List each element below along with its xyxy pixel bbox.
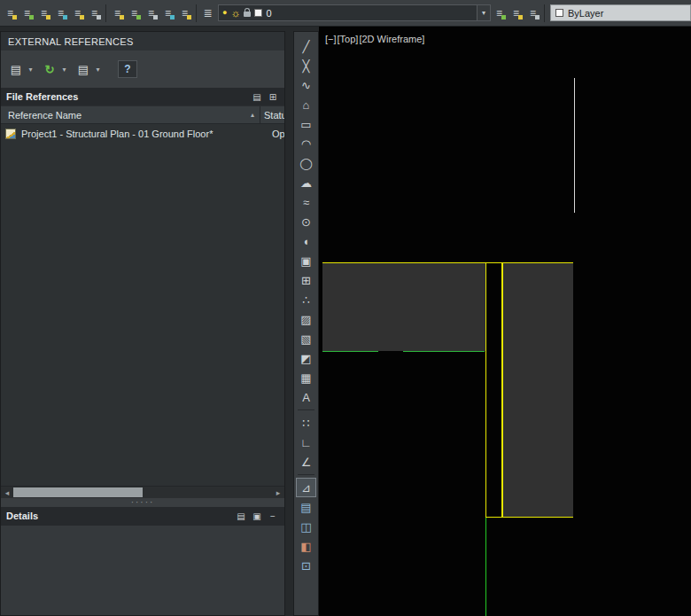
scrollbar-thumb[interactable] — [13, 487, 143, 497]
layer-match-icon[interactable]: ≡ — [19, 4, 35, 21]
horizontal-scrollbar[interactable]: ◂ ▸ — [1, 486, 284, 498]
sort-ascending-icon: ▴ — [251, 111, 254, 119]
layer-previous-icon[interactable]: ≡ — [35, 4, 52, 21]
make-object-layer-current-icon[interactable]: ≡ — [491, 4, 508, 21]
refresh-button[interactable]: ↻ — [40, 58, 59, 80]
toolbar-separator — [298, 474, 314, 475]
make-object-layer-current-icon-accent — [501, 15, 506, 19]
polygon-icon[interactable]: ⌂ — [296, 95, 316, 114]
insert-block-icon[interactable]: ▣ — [296, 251, 316, 270]
layer-freeze-icon[interactable]: ≡ — [86, 4, 103, 21]
polyline-icon-glyph: ∿ — [301, 80, 311, 91]
toolbar-separator — [298, 409, 314, 410]
layer-color-swatch[interactable] — [254, 9, 262, 17]
details-title: Details — [6, 511, 38, 521]
palette-title-bar[interactable]: EXTERNAL REFERENCES — [1, 32, 284, 51]
layer-combo-dropdown-icon[interactable]: ▾ — [477, 5, 490, 20]
ucs-icon[interactable]: ∟ — [296, 433, 316, 452]
attach-xref-icon[interactable]: ▤ — [296, 497, 316, 517]
circle-icon[interactable]: ◯ — [296, 153, 316, 173]
point-style-icon[interactable]: ∷ — [296, 413, 316, 433]
revision-cloud-icon[interactable]: ☁ — [296, 173, 316, 192]
gradient-icon[interactable]: ▧ — [296, 329, 316, 348]
layer-unlock-icon[interactable]: ≡ — [143, 4, 159, 21]
splitter-grip[interactable]: ····· — [1, 498, 284, 507]
line-icon[interactable]: ╱ — [296, 36, 316, 56]
details-view-icon[interactable]: ▤ — [235, 510, 247, 522]
layer-walk-icon[interactable]: ≡ — [159, 4, 176, 21]
rectangle-icon[interactable]: ▭ — [296, 114, 316, 134]
hatch-icon[interactable]: ▨ — [296, 309, 316, 329]
point-icon[interactable]: ∴ — [296, 290, 316, 309]
drawing-canvas[interactable] — [319, 27, 691, 616]
snap-override-icon[interactable]: ⊡ — [296, 556, 316, 575]
top-toolbar: ≡≡≡≡≡≡ ≡≡≡≡≡ ≣ ● ☼ 0 ▾ ≡≡≡ ByLayer — [0, 0, 691, 27]
ellipse-arc-icon[interactable]: ◖ — [296, 231, 316, 251]
tree-view-icon[interactable]: ⊞ — [267, 90, 279, 103]
table-icon[interactable]: ▦ — [296, 368, 316, 387]
point-style-icon-glyph: ∷ — [302, 417, 309, 429]
ellipse-icon[interactable]: ⊙ — [296, 212, 316, 231]
ucs-icon-glyph: ∟ — [300, 437, 312, 448]
hide-details-icon[interactable]: − — [267, 510, 279, 522]
measure-icon[interactable]: ⊿ — [296, 478, 316, 497]
point-icon-glyph: ∴ — [302, 294, 309, 306]
help-button[interactable]: ? — [118, 60, 137, 78]
file-references-header: File References ▤ ⊞ — [1, 88, 284, 105]
help-icon: ? — [124, 64, 130, 74]
viewport-controls-label[interactable]: [−] — [325, 34, 337, 44]
visual-style-label[interactable]: [2D Wireframe] — [359, 34, 424, 44]
layer-combo-bulb-icon[interactable]: ● — [222, 9, 227, 17]
scrollbar-track[interactable] — [13, 487, 272, 498]
construction-line-icon-glyph: ╳ — [303, 60, 310, 72]
named-ucs-icon[interactable]: ∠ — [296, 452, 316, 472]
layer-previous-2-icon[interactable]: ≡ — [524, 4, 541, 21]
layer-states-icon[interactable]: ≡ — [176, 4, 193, 21]
palette-title: EXTERNAL REFERENCES — [8, 36, 134, 47]
make-block-icon[interactable]: ⊞ — [296, 270, 316, 290]
refresh-flyout-icon[interactable]: ▾ — [59, 58, 69, 80]
attach-button[interactable]: ▤ — [6, 58, 26, 80]
match-layer-icon[interactable]: ≡ — [508, 4, 524, 21]
view-toggle-group: ▤ ⊞ — [251, 90, 279, 103]
attach-flyout-icon[interactable]: ▾ — [26, 58, 35, 80]
construction-line-icon[interactable]: ╳ — [296, 56, 316, 75]
drawing-viewport[interactable]: [−] [Top] [2D Wireframe] — [319, 27, 691, 616]
layer-properties-manager-icon[interactable]: ≣ — [199, 4, 216, 21]
color-combo[interactable]: ByLayer — [550, 4, 691, 21]
preview-view-icon[interactable]: ▣ — [251, 510, 263, 522]
layer-unisolate-icon[interactable]: ≡ — [69, 4, 86, 21]
view-controls-label[interactable]: [Top] — [338, 34, 359, 44]
layer-combo[interactable]: ● ☼ 0 ▾ — [218, 4, 491, 21]
scroll-left-icon[interactable]: ◂ — [1, 488, 13, 497]
column-header-row: Reference Name ▴ Status — [1, 105, 284, 124]
change-path-button[interactable]: ▤ — [74, 58, 93, 80]
clip-xref-icon[interactable]: ◫ — [296, 517, 316, 536]
mtext-icon[interactable]: A — [296, 387, 316, 407]
palette-toolbar: ▤ ▾ ↻ ▾ ▤ ▾ ? — [1, 51, 284, 88]
layer-isolate-icon[interactable]: ≡ — [52, 4, 69, 21]
ellipse-icon-glyph: ⊙ — [301, 216, 311, 228]
region-icon[interactable]: ◩ — [296, 348, 316, 368]
spline-icon[interactable]: ≈ — [296, 192, 316, 212]
xref-row[interactable]: Project1 - Structural Plan - 01 Ground F… — [1, 124, 284, 144]
layer-off-icon[interactable]: ≡ — [109, 4, 126, 21]
layer-lock-icon[interactable]: ≡ — [126, 4, 143, 21]
column-reference-name[interactable]: Reference Name ▴ — [1, 106, 260, 123]
details-body — [1, 525, 284, 615]
layer-combo-lock-icon[interactable] — [244, 12, 251, 17]
beam-line-green-right — [403, 351, 485, 352]
layer-off-icon-accent — [120, 15, 124, 19]
arc-icon[interactable]: ◠ — [296, 134, 316, 153]
adjust-xref-icon[interactable]: ◧ — [296, 536, 316, 556]
make-layer-current-icon[interactable]: ≡ — [2, 4, 19, 21]
change-path-flyout-icon[interactable]: ▾ — [93, 58, 103, 80]
column-status[interactable]: Status — [260, 106, 284, 123]
layer-combo-sun-icon[interactable]: ☼ — [230, 8, 240, 19]
layer-walk-icon-accent — [170, 15, 175, 19]
scroll-right-icon[interactable]: ▸ — [272, 488, 284, 497]
column-status-label: Status — [264, 110, 284, 121]
list-view-icon[interactable]: ▤ — [251, 90, 263, 103]
polyline-icon[interactable]: ∿ — [296, 75, 316, 95]
spline-icon-glyph: ≈ — [303, 197, 309, 208]
